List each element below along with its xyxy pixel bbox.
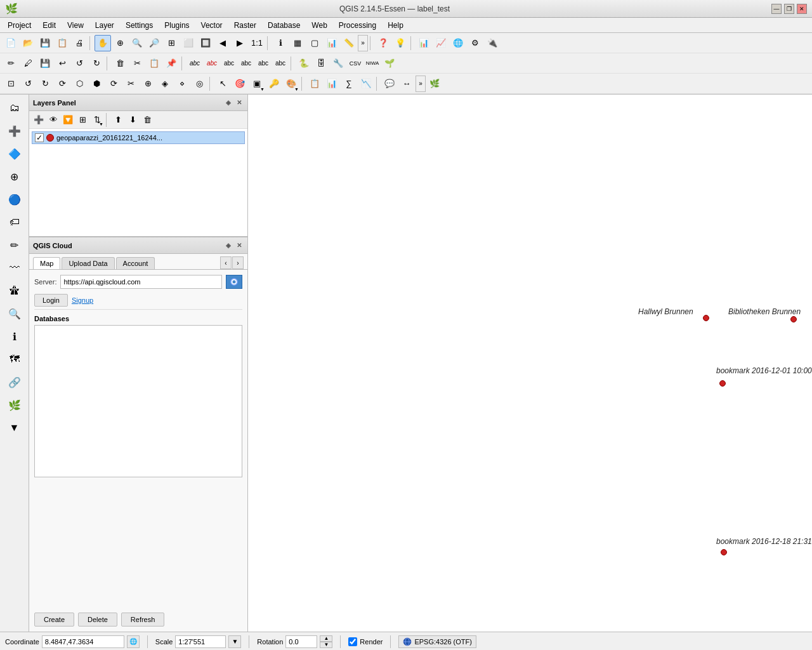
server-input[interactable] <box>60 275 222 289</box>
layer-item[interactable]: ✓ geopaparazzi_20161221_16244... <box>32 131 245 144</box>
menu-plugins[interactable]: Plugins <box>159 20 194 31</box>
layers-sort-btn[interactable]: ⇅▼ <box>90 113 104 127</box>
split-button[interactable]: ✂ <box>122 76 139 92</box>
side-add-layer-btn[interactable]: ➕ <box>4 120 25 142</box>
zoom-last-button[interactable]: ◀ <box>214 35 231 51</box>
delete-button[interactable]: Delete <box>78 613 117 627</box>
calc-btn[interactable]: ∑ <box>341 76 357 92</box>
side-digitize-btn[interactable]: 🔷 <box>4 143 25 164</box>
csv-button[interactable]: CSV <box>347 55 363 72</box>
open-table-button[interactable]: 📊 <box>324 35 340 51</box>
select2-btn[interactable]: ▣▼ <box>249 76 265 92</box>
rotation-down-btn[interactable]: ▼ <box>320 642 332 648</box>
locate-btn[interactable]: 🎯 <box>232 76 248 92</box>
redo-button[interactable]: ↻ <box>88 55 105 72</box>
toolbar-more-2[interactable]: » <box>416 76 426 92</box>
comment-btn[interactable]: 💬 <box>381 76 398 92</box>
pan-map-button[interactable]: ⊕ <box>112 35 128 51</box>
snap-button[interactable]: ⊡ <box>3 76 19 92</box>
side-info2-btn[interactable]: ℹ <box>4 326 25 347</box>
cloud-prev-btn[interactable]: ‹ <box>220 256 232 269</box>
menu-raster[interactable]: Raster <box>229 20 261 31</box>
scale-dropdown-btn[interactable]: ▼ <box>228 635 241 648</box>
plugin-button[interactable]: 🔌 <box>484 35 501 51</box>
node-button[interactable]: ⋄ <box>174 76 190 92</box>
menu-project[interactable]: Project <box>3 20 36 31</box>
login-button[interactable]: Login <box>34 294 68 307</box>
side-map2-btn[interactable]: 🗺 <box>4 348 25 370</box>
cut-button[interactable]: ✂ <box>129 55 145 72</box>
stats2-btn[interactable]: 📉 <box>358 76 374 92</box>
label-btn-3[interactable]: abc <box>221 55 237 72</box>
map-area[interactable]: Hallwyl Brunnen Bibliotheken Brunnen boo… <box>248 95 812 632</box>
coordinate-input[interactable] <box>42 635 124 648</box>
refresh-button[interactable]: Refresh <box>121 613 165 627</box>
zoom-out-button[interactable]: 🔎 <box>146 35 162 51</box>
info-btn[interactable]: 📊 <box>324 76 340 92</box>
rotation-input[interactable] <box>285 635 317 648</box>
tips-button[interactable]: 💡 <box>392 35 409 51</box>
render-checkbox[interactable] <box>348 637 357 646</box>
rotation-up-btn[interactable]: ▲ <box>320 635 332 642</box>
zoom-selection-button[interactable]: ⬜ <box>180 35 197 51</box>
reshape-button[interactable]: ◈ <box>157 76 173 92</box>
select-button[interactable]: ▦ <box>289 35 306 51</box>
pan2-btn[interactable]: ↔ <box>398 76 415 92</box>
grass-button[interactable]: 🌱 <box>381 55 398 72</box>
paste-button[interactable]: 📌 <box>163 55 180 72</box>
digitize-button[interactable]: ⬡ <box>71 76 88 92</box>
niwa-button[interactable]: NIWA <box>364 55 381 72</box>
new-project-button[interactable]: 📄 <box>3 35 19 51</box>
restore-button[interactable]: ❐ <box>784 4 794 14</box>
close-button[interactable]: ✕ <box>797 4 807 14</box>
zoom-full-button[interactable]: ⊞ <box>163 35 180 51</box>
menu-help[interactable]: Help <box>383 20 409 31</box>
menu-settings[interactable]: Settings <box>121 20 158 31</box>
menu-web[interactable]: Web <box>306 20 332 31</box>
side-connect-btn[interactable]: 🔗 <box>4 371 25 393</box>
zoom-next-button[interactable]: ▶ <box>232 35 248 51</box>
globe-button[interactable]: 🌐 <box>450 35 466 51</box>
delete-button[interactable]: 🗑 <box>112 55 128 72</box>
chart-button[interactable]: 📈 <box>433 35 449 51</box>
tab-account[interactable]: Account <box>116 257 155 269</box>
side-q-btn[interactable]: 🔍 <box>4 303 25 324</box>
discard-edit-button[interactable]: ↩ <box>54 55 70 72</box>
edit-button[interactable]: ✏ <box>3 55 19 72</box>
help-button[interactable]: ❓ <box>375 35 391 51</box>
databases-list[interactable] <box>34 325 242 477</box>
layers-filter-btn[interactable]: 🔽 <box>61 113 75 127</box>
label-btn-4[interactable]: abc <box>238 55 254 72</box>
label-btn-1[interactable]: abc <box>187 55 203 72</box>
scale-input[interactable] <box>175 635 226 648</box>
stats-button[interactable]: 📊 <box>416 35 432 51</box>
merge-button[interactable]: ⊕ <box>140 76 156 92</box>
filter-btn[interactable]: 🔑 <box>266 76 282 92</box>
copy-button[interactable]: 📋 <box>146 55 162 72</box>
open-project-button[interactable]: 📂 <box>20 35 36 51</box>
layers-down-btn[interactable]: ⬇ <box>126 113 140 127</box>
save-as-button[interactable]: 📋 <box>54 35 70 51</box>
layer-checkbox[interactable]: ✓ <box>35 133 44 142</box>
label-btn-5[interactable]: abc <box>255 55 272 72</box>
tab-map[interactable]: Map <box>33 257 60 270</box>
cloud-panel-close-btn[interactable]: ✕ <box>235 241 244 250</box>
measure-button[interactable]: 📏 <box>341 35 357 51</box>
menu-view[interactable]: View <box>62 20 89 31</box>
layers-add-btn[interactable]: ➕ <box>32 113 46 127</box>
side-route-btn[interactable]: 🛣 <box>4 280 25 302</box>
layers-visible-btn[interactable]: 👁 <box>46 113 60 127</box>
coordinate-crs-btn[interactable]: 🌐 <box>127 635 140 648</box>
attr-table-btn[interactable]: 📋 <box>306 76 323 92</box>
layers-up-btn[interactable]: ⬆ <box>111 113 125 127</box>
side-label-btn[interactable]: 🏷 <box>4 211 25 233</box>
move-button[interactable]: ⬢ <box>88 76 105 92</box>
server-connect-btn[interactable] <box>226 275 242 289</box>
epsg-badge[interactable]: EPSG:4326 (OTF) <box>398 635 476 648</box>
layers-expand-btn[interactable]: ⊞ <box>75 113 89 127</box>
menu-vector[interactable]: Vector <box>196 20 228 31</box>
side-snapping-btn[interactable]: 🔵 <box>4 189 25 210</box>
layers-remove-btn[interactable]: 🗑 <box>140 113 154 127</box>
print-button[interactable]: 🖨 <box>71 35 88 51</box>
menu-edit[interactable]: Edit <box>37 20 61 31</box>
